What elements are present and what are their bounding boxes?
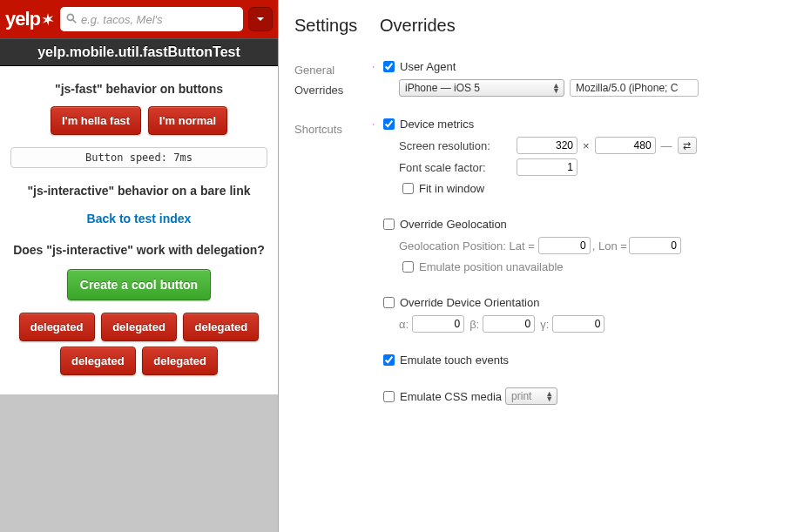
yelp-header: yelp e.g. tacos, Mel's	[0, 0, 278, 38]
page-title: yelp.mobile.util.fastButtonTest	[0, 38, 278, 66]
touch-label: Emulate touch events	[400, 354, 509, 367]
css-media-value: print	[511, 390, 531, 402]
fit-window-label: Fit in window	[419, 182, 484, 195]
beta-label: β:	[469, 318, 479, 331]
test-content: "js-fast" behavior on buttons I'm hella …	[0, 66, 278, 394]
yelp-burst-icon	[41, 12, 55, 26]
orientation-group: Override Device Orientation α: β: γ:	[380, 294, 790, 333]
alpha-input[interactable]	[412, 315, 464, 333]
user-agent-group: User Agent iPhone — iOS 5 ▲▼ Mozilla/5.0…	[380, 58, 790, 97]
user-agent-checkbox[interactable]	[383, 61, 395, 72]
dash-separator: —	[661, 139, 672, 152]
svg-marker-3	[373, 64, 375, 71]
user-agent-string-input[interactable]: Mozilla/5.0 (iPhone; C	[570, 79, 699, 97]
fit-window-checkbox[interactable]	[402, 183, 414, 194]
beta-input[interactable]	[483, 315, 535, 333]
select-arrows-icon: ▲▼	[552, 83, 560, 93]
delegated-button[interactable]: delegated	[101, 313, 177, 341]
settings-heading: Settings	[294, 16, 373, 36]
normal-button[interactable]: I'm normal	[148, 106, 227, 135]
section-heading: "js-interactive" behavior on a bare link	[7, 184, 271, 198]
fast-button[interactable]: I'm hella fast	[51, 106, 141, 135]
device-metrics-label: Device metrics	[400, 118, 474, 131]
delegated-button[interactable]: delegated	[183, 313, 259, 341]
screen-width-input[interactable]	[517, 137, 577, 154]
annotation-arrow-icon	[373, 116, 375, 133]
annotation-arrow-icon	[373, 58, 375, 76]
search-icon	[65, 12, 78, 27]
geolocation-checkbox[interactable]	[383, 219, 395, 230]
back-link[interactable]: Back to test index	[87, 212, 192, 226]
css-media-label: Emulate CSS media	[400, 390, 502, 403]
css-media-checkbox[interactable]	[383, 391, 395, 402]
touch-group: Emulate touch events	[380, 352, 790, 368]
yelp-logo[interactable]: yelp	[5, 8, 55, 30]
geolocation-label: Override Geolocation	[400, 218, 507, 231]
user-agent-select[interactable]: iPhone — iOS 5 ▲▼	[399, 79, 564, 97]
speed-output: Button speed: 7ms	[10, 147, 267, 168]
overrides-main: Overrides User Agent iPhone — iOS 5 ▲▼	[373, 0, 797, 532]
swap-dimensions-button[interactable]: ⇄	[678, 137, 697, 154]
delegated-button[interactable]: delegated	[142, 347, 218, 375]
chevron-down-icon	[253, 12, 267, 26]
times-symbol: ×	[583, 139, 590, 152]
user-agent-select-value: iPhone — iOS 5	[405, 82, 480, 94]
select-arrows-icon: ▲▼	[545, 391, 553, 401]
font-scale-input[interactable]	[517, 158, 577, 176]
orientation-label: Override Device Orientation	[400, 296, 539, 309]
geolocation-group: Override Geolocation Geolocation Positio…	[380, 216, 790, 275]
yelp-logo-text: yelp	[5, 8, 40, 30]
lat-input[interactable]	[538, 237, 591, 254]
font-scale-label: Font scale factor:	[399, 161, 517, 174]
geo-position-label: Geolocation Position: Lat =	[399, 239, 535, 253]
resolution-label: Screen resolution:	[399, 139, 517, 152]
device-metrics-checkbox[interactable]	[383, 118, 395, 130]
css-media-select[interactable]: print ▲▼	[505, 387, 557, 405]
css-media-group: Emulate CSS media print ▲▼	[380, 387, 790, 405]
svg-line-1	[73, 19, 77, 23]
lon-input[interactable]	[629, 237, 681, 254]
gamma-input[interactable]	[552, 315, 605, 333]
devtools-panel: Settings General Overrides Shortcuts Ove…	[279, 0, 797, 532]
lon-label: , Lon =	[592, 239, 627, 253]
user-agent-label: User Agent	[400, 60, 456, 73]
touch-checkbox[interactable]	[383, 354, 395, 366]
delegated-button[interactable]: delegated	[60, 347, 136, 375]
alpha-label: α:	[399, 318, 409, 331]
dropdown-menu-button[interactable]	[248, 7, 273, 31]
emulate-position-checkbox[interactable]	[402, 261, 414, 273]
section-heading: "js-fast" behavior on buttons	[7, 82, 271, 96]
section-heading: Does "js-interactive" work with delegati…	[7, 243, 271, 257]
orientation-checkbox[interactable]	[383, 297, 395, 308]
search-input[interactable]: e.g. tacos, Mel's	[60, 7, 243, 31]
emulate-position-label: Emulate position unavailable	[419, 260, 564, 273]
device-metrics-group: Device metrics Screen resolution: × — ⇄ …	[380, 116, 790, 197]
delegated-button[interactable]: delegated	[19, 313, 95, 341]
create-button[interactable]: Create a cool button	[67, 269, 211, 300]
nav-shortcuts[interactable]: Shortcuts	[294, 119, 373, 139]
svg-point-0	[67, 14, 73, 20]
nav-overrides[interactable]: Overrides	[294, 80, 373, 100]
screen-height-input[interactable]	[595, 137, 656, 154]
overrides-heading: Overrides	[380, 16, 790, 36]
mobile-viewport: yelp e.g. tacos, Mel's yelp.mobile.util.…	[0, 0, 279, 532]
nav-general[interactable]: General	[294, 60, 373, 80]
svg-marker-5	[373, 121, 375, 128]
search-placeholder: e.g. tacos, Mel's	[81, 13, 163, 26]
gamma-label: γ:	[540, 318, 549, 331]
settings-sidebar: Settings General Overrides Shortcuts	[279, 0, 373, 532]
